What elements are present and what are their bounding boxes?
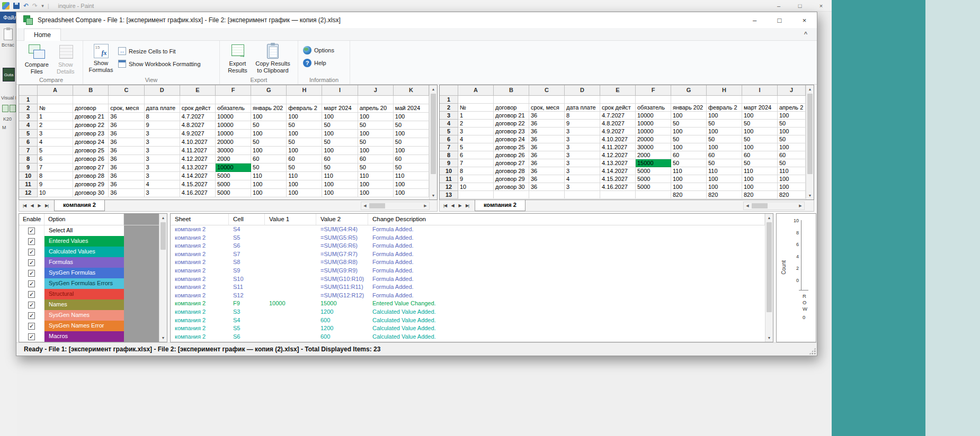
checkbox[interactable]: ✓ xyxy=(28,291,35,298)
cell[interactable]: 100 xyxy=(707,183,742,191)
row-header-7[interactable]: 7 xyxy=(19,147,38,155)
option-label[interactable]: SysGen Names Error xyxy=(44,321,124,331)
cell[interactable]: 3 xyxy=(565,128,600,135)
row-header-4[interactable]: 4 xyxy=(440,120,458,128)
cell[interactable]: 6 xyxy=(38,155,73,164)
cell[interactable]: 4.12.2027 xyxy=(600,151,636,159)
cell[interactable]: апрель 20 xyxy=(358,104,394,113)
result-row[interactable]: компания 2S7=SUM(G7:R7)Formula Added. xyxy=(171,250,765,259)
cell[interactable]: дата плате xyxy=(565,104,600,112)
cell[interactable] xyxy=(38,96,73,104)
cell[interactable]: 60 xyxy=(671,151,707,159)
cell[interactable]: 36 xyxy=(529,183,565,191)
cell[interactable]: 9 xyxy=(565,120,600,128)
cell[interactable]: 36 xyxy=(529,143,565,151)
cell[interactable]: 100 xyxy=(671,143,707,151)
checkbox[interactable]: ✓ xyxy=(28,270,35,277)
cell[interactable]: 36 xyxy=(109,130,144,138)
cell[interactable]: 60 xyxy=(778,151,806,159)
cell[interactable]: обязатель xyxy=(636,104,671,112)
cell[interactable]: 100 xyxy=(287,147,322,155)
column-header-H[interactable]: H xyxy=(707,85,742,96)
row-header-5[interactable]: 5 xyxy=(19,130,38,138)
cell[interactable]: 36 xyxy=(529,135,565,143)
cell[interactable]: 100 xyxy=(671,112,707,120)
column-header-I[interactable]: I xyxy=(322,85,358,96)
cell[interactable]: 100 xyxy=(251,180,287,189)
result-row[interactable]: компания 2S51200Calculated Value Added. xyxy=(171,324,765,333)
cell[interactable]: 50 xyxy=(707,159,742,167)
cell[interactable]: 100 xyxy=(742,128,778,135)
result-row[interactable]: компания 2F91000015000Entered Value Chan… xyxy=(171,299,765,308)
column-header-G[interactable]: G xyxy=(251,85,287,96)
row-header-8[interactable]: 8 xyxy=(440,151,458,159)
cell[interactable]: 20000 xyxy=(636,135,671,143)
cell[interactable]: 3 xyxy=(565,135,600,143)
row-header-13[interactable]: 13 xyxy=(440,191,458,199)
column-header-G[interactable]: G xyxy=(671,85,707,96)
option-label[interactable]: Calculated Values xyxy=(44,247,124,257)
copy-results-button[interactable]: Copy Results to Clipboard xyxy=(253,42,293,74)
result-row[interactable]: компания 2S4600Calculated Value Added. xyxy=(171,316,765,325)
cell[interactable]: 110 xyxy=(742,167,778,175)
resize-cells-button[interactable]: ↔ Resize Cells to Fit xyxy=(116,46,203,56)
cell[interactable]: 10000 xyxy=(216,113,251,121)
cell[interactable]: 8 xyxy=(565,112,600,120)
cell[interactable]: 50 xyxy=(707,135,742,143)
cell[interactable]: договор 29 xyxy=(73,180,109,189)
checkbox[interactable]: ✓ xyxy=(28,312,35,319)
cell[interactable]: 60 xyxy=(707,151,742,159)
row-header-8[interactable]: 8 xyxy=(19,155,38,164)
cell[interactable]: 4.14.2027 xyxy=(600,167,636,175)
cell[interactable]: договор 22 xyxy=(73,121,109,130)
cell[interactable]: 1 xyxy=(38,113,73,121)
cell[interactable]: 50 xyxy=(742,135,778,143)
cell[interactable]: договор 26 xyxy=(494,151,529,159)
cell[interactable] xyxy=(458,191,494,199)
scroll-down-icon[interactable]: ▼ xyxy=(430,192,437,199)
cell[interactable]: май 2024 xyxy=(394,104,429,113)
scrollbar-thumb[interactable] xyxy=(369,203,385,208)
paint-close-button[interactable]: × xyxy=(810,0,832,12)
row-header-12[interactable]: 12 xyxy=(440,183,458,191)
cell[interactable]: 100 xyxy=(358,113,394,121)
column-header-J[interactable]: J xyxy=(358,85,394,96)
row-header-10[interactable]: 10 xyxy=(19,172,38,180)
cell[interactable]: 50 xyxy=(322,121,358,130)
cell[interactable]: 36 xyxy=(529,112,565,120)
paint-file-tab[interactable]: Файл xyxy=(0,12,16,23)
cell[interactable]: март 2024 xyxy=(322,104,358,113)
cell[interactable]: 60 xyxy=(287,155,322,164)
column-header-K[interactable]: K xyxy=(394,85,429,96)
cell[interactable]: 3 xyxy=(145,147,180,155)
cell[interactable]: 3 xyxy=(145,155,180,164)
cell[interactable]: 6 xyxy=(458,151,494,159)
cell[interactable]: 3 xyxy=(565,143,600,151)
undo-icon[interactable]: ↶ xyxy=(23,2,29,10)
cell[interactable]: 110 xyxy=(358,172,394,180)
cell[interactable]: 3 xyxy=(145,189,180,197)
cell[interactable]: 100 xyxy=(707,112,742,120)
cell[interactable]: 3 xyxy=(565,159,600,167)
cell[interactable]: 9 xyxy=(145,121,180,130)
row-header-1[interactable]: 1 xyxy=(19,96,38,104)
checkbox[interactable]: ✓ xyxy=(28,238,35,245)
checkbox[interactable]: ✓ xyxy=(28,249,35,256)
cell[interactable]: 100 xyxy=(358,180,394,189)
scroll-down-icon[interactable]: ▼ xyxy=(806,192,814,199)
cell[interactable]: 36 xyxy=(109,172,144,180)
cell[interactable]: 50 xyxy=(251,138,287,147)
row-header-3[interactable]: 3 xyxy=(19,113,38,121)
cell[interactable]: 3 xyxy=(145,130,180,138)
cell[interactable]: 4.12.2027 xyxy=(180,155,216,164)
cell[interactable] xyxy=(109,96,144,104)
cell[interactable]: 50 xyxy=(707,120,742,128)
row-header-11[interactable]: 11 xyxy=(440,175,458,183)
checkbox[interactable]: ✓ xyxy=(28,323,35,330)
cell[interactable] xyxy=(358,96,394,104)
row-header-3[interactable]: 3 xyxy=(440,112,458,120)
results-scrollbar[interactable]: ▲ ▼ xyxy=(765,214,773,342)
cell[interactable]: 100 xyxy=(251,130,287,138)
cell[interactable]: 4.13.2027 xyxy=(600,159,636,167)
cell[interactable]: срок дейст xyxy=(180,104,216,113)
